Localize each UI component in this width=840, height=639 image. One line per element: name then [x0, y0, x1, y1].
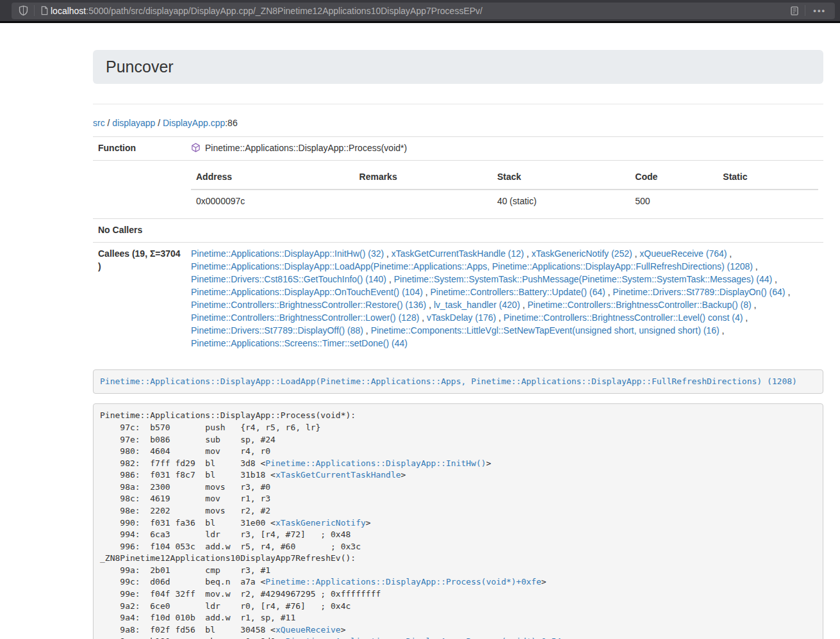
page-content: Puncover src / displayapp / DisplayApp.c… — [93, 50, 823, 639]
function-name-cell: Pinetime::Applications::DisplayApp::Proc… — [186, 137, 823, 161]
callee-link[interactable]: xQueueReceive (764) — [639, 248, 727, 259]
header-divider — [93, 104, 823, 104]
code-symbol-link[interactable]: xTaskGenericNotify — [276, 518, 366, 528]
app-header-panel: Puncover — [93, 50, 823, 84]
page-info-icon[interactable] — [40, 6, 49, 15]
stack-value: 40 (static) — [492, 190, 630, 213]
metrics-row: Address Remarks Stack Code Static 0x0000… — [93, 160, 823, 218]
remarks-value — [354, 190, 492, 213]
callee-link[interactable]: Pinetime::Applications::DisplayApp::Load… — [191, 261, 753, 271]
callee-link[interactable]: Pinetime::Controllers::BrightnessControl… — [504, 312, 743, 323]
metrics-data-row: 0x0000097c 40 (static) 500 — [191, 190, 818, 213]
col-header-stack: Stack — [492, 166, 630, 190]
urlbar-divider-2 — [805, 5, 805, 16]
code-symbol-link[interactable]: xTaskGetCurrentTaskHandle — [276, 470, 401, 480]
col-header-static: Static — [718, 166, 818, 190]
callee-link[interactable]: vTaskDelay (176) — [427, 312, 496, 323]
callee-link[interactable]: Pinetime::Controllers::BrightnessControl… — [191, 300, 426, 310]
callee-link[interactable]: Pinetime::Controllers::BrightnessControl… — [527, 300, 751, 310]
callee-link[interactable]: Pinetime::Components::LittleVgl::SetNewT… — [371, 325, 720, 336]
url-text[interactable]: localhost:5000/path/src/displayapp/Displ… — [51, 6, 789, 16]
callee-link[interactable]: xTaskGenericNotify (252) — [531, 248, 632, 259]
page-actions-icon[interactable]: ••• — [811, 6, 828, 15]
no-callers-label: No Callers — [93, 218, 186, 242]
function-row: Function Pinetime::Applications::Display… — [93, 137, 823, 161]
callee-link[interactable]: Pinetime::Drivers::St7789::DisplayOn() (… — [613, 287, 785, 297]
breadcrumb-src-link[interactable]: src — [93, 118, 105, 128]
breadcrumb-separator: / — [105, 118, 113, 128]
callee-link[interactable]: Pinetime::Applications::DisplayApp::Init… — [191, 248, 384, 259]
metrics-row-spacer — [93, 160, 186, 218]
col-header-remarks: Remarks — [354, 166, 492, 190]
address-value: 0x0000097c — [191, 190, 354, 213]
callee-link[interactable]: xTaskGetCurrentTaskHandle (12) — [391, 248, 524, 259]
url-path: :5000/path/src/displayapp/DisplayApp.cpp… — [86, 6, 482, 16]
no-callers-cell — [186, 218, 823, 242]
metrics-table: Address Remarks Stack Code Static 0x0000… — [191, 166, 818, 213]
function-detail-table: Function Pinetime::Applications::Display… — [93, 136, 823, 355]
breadcrumb-file-link[interactable]: DisplayApp.cpp — [163, 118, 225, 128]
callee-link[interactable]: Pinetime::System::SystemTask::PushMessag… — [394, 274, 773, 284]
callee-link[interactable]: Pinetime::Controllers::Battery::Update()… — [431, 287, 605, 297]
callees-label: Callees (19, Σ=3704 ) — [93, 242, 186, 355]
code-symbol-link[interactable]: Pinetime::Applications::DisplayApp::Proc… — [265, 577, 541, 586]
callee-link[interactable]: Pinetime::Applications::Screens::Timer::… — [191, 338, 408, 348]
code-symbol-link[interactable]: Pinetime::Applications::DisplayApp::Proc… — [286, 636, 561, 639]
highlighted-symbol-block: Pinetime::Applications::DisplayApp::Load… — [93, 369, 823, 394]
callee-link[interactable]: Pinetime::Drivers::Cst816S::GetTouchInfo… — [191, 274, 386, 284]
callee-link[interactable]: Pinetime::Controllers::BrightnessControl… — [191, 312, 419, 323]
disassembly-pre: Pinetime::Applications::DisplayApp::Proc… — [93, 403, 823, 639]
urlbar-divider — [34, 5, 35, 16]
breadcrumb: src / displayapp / DisplayApp.cpp:86 — [93, 118, 823, 128]
breadcrumb-line-number: :86 — [225, 118, 237, 128]
callees-list: Pinetime::Applications::DisplayApp::Init… — [186, 242, 823, 355]
metrics-cell: Address Remarks Stack Code Static 0x0000… — [186, 160, 823, 218]
callee-link[interactable]: lv_task_handler (420) — [434, 300, 520, 310]
reader-mode-icon[interactable] — [789, 6, 800, 16]
page-title: Puncover — [106, 58, 811, 76]
url-host: localhost — [51, 6, 86, 16]
callees-row: Callees (19, Σ=3704 ) Pinetime::Applicat… — [93, 242, 823, 355]
no-callers-row: No Callers — [93, 218, 823, 242]
browser-toolbar: localhost:5000/path/src/displayapp/Displ… — [0, 0, 840, 23]
shield-icon[interactable] — [18, 5, 29, 16]
highlighted-symbol-link[interactable]: Pinetime::Applications::DisplayApp::Load… — [100, 376, 797, 386]
col-header-address: Address — [191, 166, 354, 190]
code-symbol-link[interactable]: xQueueReceive — [276, 625, 341, 635]
callee-link[interactable]: Pinetime::Applications::DisplayApp::OnTo… — [191, 287, 423, 297]
static-value — [718, 190, 818, 213]
function-signature: Pinetime::Applications::DisplayApp::Proc… — [205, 143, 407, 153]
url-bar[interactable]: localhost:5000/path/src/displayapp/Displ… — [12, 3, 835, 19]
col-header-code: Code — [630, 166, 718, 190]
code-size-value: 500 — [630, 190, 718, 213]
code-symbol-link[interactable]: Pinetime::Applications::DisplayApp::Init… — [265, 458, 486, 468]
breadcrumb-displayapp-link[interactable]: displayapp — [112, 118, 155, 128]
callee-link[interactable]: Pinetime::Drivers::St7789::DisplayOff() … — [191, 325, 363, 336]
function-row-label: Function — [93, 137, 186, 161]
metrics-header-row: Address Remarks Stack Code Static — [191, 166, 818, 190]
breadcrumb-separator: / — [155, 118, 163, 128]
function-cube-icon — [191, 143, 201, 152]
